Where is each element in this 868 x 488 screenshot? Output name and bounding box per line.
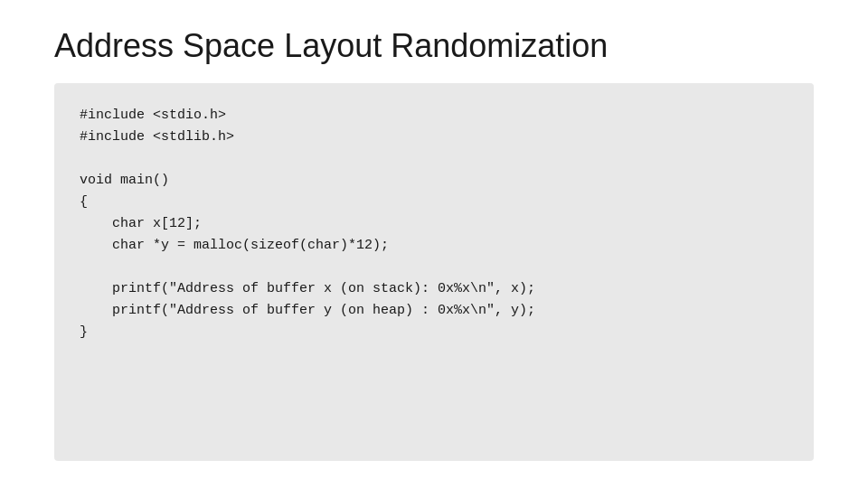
page-title: Address Space Layout Randomization — [54, 27, 814, 65]
code-content: #include <stdio.h> #include <stdlib.h> v… — [80, 105, 788, 343]
code-block: #include <stdio.h> #include <stdlib.h> v… — [54, 83, 814, 461]
